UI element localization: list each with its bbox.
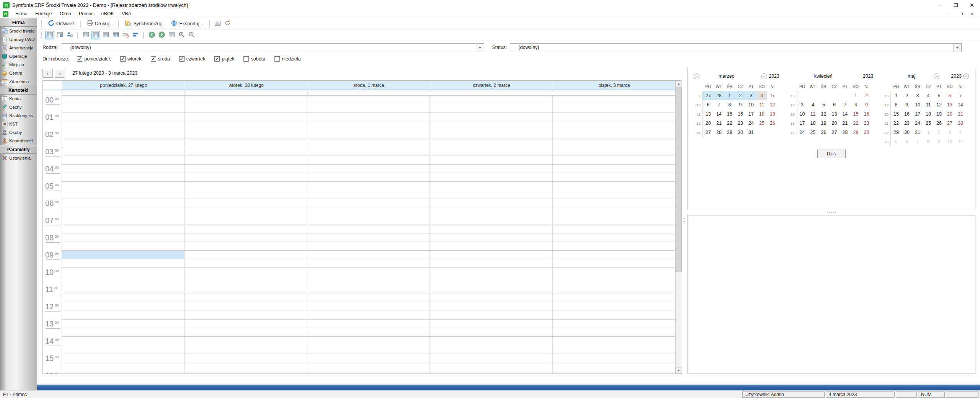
mdi-close-button[interactable]: ✕ — [968, 11, 976, 17]
view-day-button[interactable] — [45, 31, 54, 39]
next-button[interactable] — [157, 31, 166, 39]
calendar-day[interactable]: 14 — [714, 109, 724, 119]
calendar-day[interactable]: 8 — [891, 100, 902, 109]
vertical-splitter[interactable] — [682, 68, 687, 374]
maximize-button[interactable] — [948, 0, 964, 10]
calendar-day[interactable]: 18 — [808, 119, 818, 128]
calendar-day[interactable]: 7 — [912, 137, 923, 146]
scroll-up-icon[interactable]: ▲ — [676, 81, 682, 87]
sidebar-item-centra[interactable]: Centra — [0, 69, 37, 77]
calendar-day[interactable]: 2 — [934, 128, 944, 137]
calendar-day[interactable]: 5 — [767, 91, 778, 100]
calendar-day[interactable]: 16 — [735, 109, 746, 119]
calendar-day[interactable]: 4 — [923, 91, 934, 100]
calendar-day[interactable]: 10 — [944, 137, 955, 146]
calendar-day[interactable]: 27 — [703, 91, 714, 100]
calendar-day[interactable]: 21 — [955, 109, 966, 119]
prev-year-icon[interactable]: ← — [761, 73, 767, 79]
calendar-day[interactable]: 6 — [703, 100, 714, 109]
calendar-day[interactable]: 26 — [767, 119, 778, 128]
timescale-button[interactable] — [121, 31, 130, 39]
calendar-day[interactable]: 25 — [923, 119, 934, 128]
menu-firma[interactable]: Firma — [11, 10, 31, 17]
checkbox-piątek[interactable]: ✓ — [214, 56, 220, 62]
allday-cell-0[interactable] — [62, 90, 185, 95]
calendar-day[interactable]: 9 — [902, 100, 912, 109]
calendar-day[interactable]: 28 — [714, 128, 724, 137]
zoom-in-button[interactable] — [177, 31, 186, 39]
calendar-day[interactable]: 13 — [829, 109, 840, 119]
calendar-day[interactable]: 12 — [934, 100, 944, 109]
scrollbar-track[interactable] — [676, 87, 682, 367]
prev-week-button[interactable]: ‹ — [42, 69, 53, 78]
calendar-day[interactable]: 27 — [829, 128, 840, 137]
checkbox-niedziela[interactable] — [274, 56, 280, 62]
allday-cell-2[interactable] — [307, 90, 430, 95]
calendar-day[interactable]: 3 — [797, 100, 808, 109]
calendar-day[interactable]: 4 — [808, 100, 818, 109]
sidebar-item-środki-trwałe[interactable]: Środki trwałe — [0, 27, 37, 35]
calendar-day[interactable]: 6 — [944, 91, 955, 100]
allday-cell-1[interactable] — [185, 90, 307, 95]
calendar-day[interactable]: 3 — [912, 91, 923, 100]
calendar-day[interactable]: 14 — [955, 100, 966, 109]
calendar-day[interactable]: 21 — [840, 119, 851, 128]
view-grid-small-button[interactable] — [81, 31, 90, 39]
calendar-day[interactable]: 11 — [808, 109, 818, 119]
checkbox-czwartek[interactable]: ✓ — [179, 56, 185, 62]
day-column-4[interactable] — [553, 95, 675, 374]
calendar-day[interactable]: 8 — [851, 100, 861, 109]
calendar-day[interactable]: 18 — [756, 109, 767, 119]
workday-niedziela[interactable]: niedziela — [274, 56, 301, 62]
workday-wtorek[interactable]: ✓wtorek — [120, 56, 142, 62]
split-view-button[interactable] — [131, 31, 140, 39]
prev-month-icon[interactable]: ← — [694, 73, 699, 79]
calendar-day[interactable]: 15 — [891, 109, 902, 119]
calendar-day[interactable]: 17 — [912, 109, 923, 119]
calendar-day[interactable]: 28 — [714, 91, 724, 100]
calendar-day[interactable]: 7 — [955, 91, 966, 100]
next-month-icon[interactable]: → — [934, 73, 939, 79]
checkbox-sobota[interactable] — [243, 56, 249, 62]
menu-ebok[interactable]: eBOK — [98, 10, 118, 17]
mdi-minimize-button[interactable] — [946, 11, 955, 17]
allday-cell-3[interactable] — [430, 90, 552, 95]
view-grid-dense-button[interactable] — [111, 31, 120, 39]
calendar-day[interactable]: 26 — [934, 119, 944, 128]
calendar-day[interactable]: 19 — [767, 109, 778, 119]
calendar-day[interactable]: 23 — [902, 119, 912, 128]
refresh-button[interactable]: Odśwież — [45, 19, 78, 29]
vertical-scrollbar[interactable]: ▲ ▼ — [675, 81, 682, 374]
calendar-day[interactable]: 16 — [902, 109, 912, 119]
calendar-day[interactable]: 9 — [861, 100, 872, 109]
checkbox-wtorek[interactable]: ✓ — [120, 56, 126, 62]
view-calendar-person-button[interactable] — [55, 31, 64, 39]
calendar-day[interactable]: 2 — [902, 91, 912, 100]
checkbox-środa[interactable]: ✓ — [151, 56, 156, 62]
calendar-day[interactable]: 31 — [912, 128, 923, 137]
calendar-day[interactable]: 25 — [808, 128, 818, 137]
calendar-day[interactable]: 21 — [714, 119, 724, 128]
selected-timeslot[interactable] — [62, 251, 184, 259]
day-column-1[interactable] — [185, 95, 307, 374]
calendar-day[interactable]: 10 — [746, 100, 756, 109]
sidebar-item-miejsca[interactable]: Miejsca — [0, 60, 37, 69]
next-year-icon[interactable]: → — [963, 73, 969, 79]
calendar-day[interactable]: 20 — [829, 119, 840, 128]
view-month-button[interactable] — [101, 31, 110, 39]
calendar-day-today[interactable]: 4 — [756, 91, 767, 100]
calendar-day[interactable]: 9 — [735, 100, 746, 109]
day-column-0[interactable] — [62, 95, 185, 374]
calendar-day[interactable]: 30 — [735, 128, 746, 137]
workday-sobota[interactable]: sobota — [243, 56, 265, 62]
calendar-day[interactable]: 19 — [818, 119, 829, 128]
calendar-day[interactable]: 30 — [861, 128, 872, 137]
calendar-day[interactable]: 29 — [891, 128, 902, 137]
refresh-grid-button[interactable] — [223, 20, 232, 28]
day-column-3[interactable] — [430, 95, 552, 374]
calendar-day[interactable]: 25 — [756, 119, 767, 128]
calendar-day[interactable]: 10 — [797, 109, 808, 119]
rodzaj-dropdown[interactable]: (dowolny) — [62, 43, 484, 52]
sidebar-item-kśt[interactable]: KŚTKŚT — [0, 120, 37, 128]
sidebar-item-cechy[interactable]: Cechy — [0, 103, 37, 111]
